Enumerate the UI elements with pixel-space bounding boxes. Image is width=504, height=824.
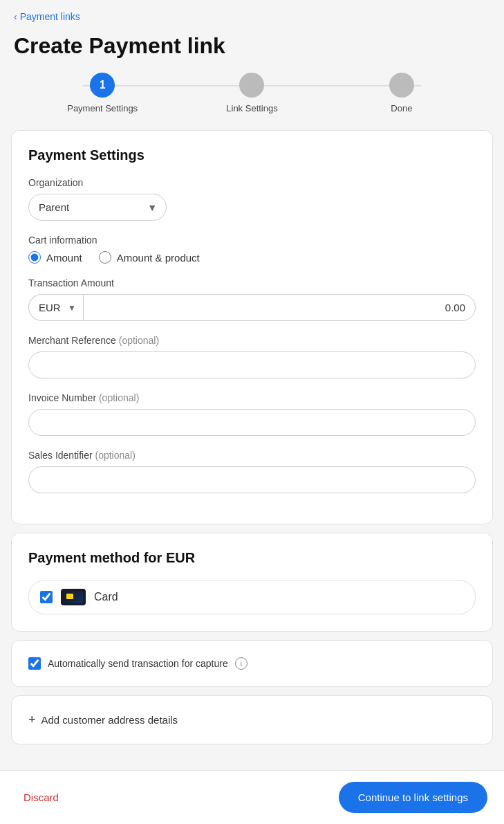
currency-select-wrapper: EUR ▼ <box>28 294 83 321</box>
radio-amount-product-option[interactable]: Amount & product <box>99 251 200 264</box>
radio-amount-product-label: Amount & product <box>117 252 200 264</box>
step-3-circle <box>389 73 414 98</box>
capture-row: Automatically send transaction for captu… <box>28 657 476 670</box>
capture-checkbox[interactable] <box>28 657 41 670</box>
add-customer-card: + Add customer address details <box>11 695 493 744</box>
invoice-number-input[interactable] <box>28 409 476 436</box>
continue-button[interactable]: Continue to link settings <box>339 782 487 813</box>
organization-label: Organization <box>28 177 476 188</box>
sales-identifier-label: Sales Identifier (optional) <box>28 450 476 461</box>
info-icon[interactable]: i <box>235 657 248 670</box>
step-payment-settings: 1 Payment Settings <box>28 73 177 113</box>
radio-amount-input[interactable] <box>28 251 41 264</box>
step-2-label: Link Settings <box>226 103 277 113</box>
transaction-amount-group: Transaction Amount EUR ▼ <box>28 277 476 321</box>
invoice-number-group: Invoice Number (optional) <box>28 392 476 436</box>
back-nav-label: Payment links <box>20 11 80 22</box>
sales-identifier-input[interactable] <box>28 466 476 493</box>
merchant-ref-input[interactable] <box>28 351 476 378</box>
plus-icon: + <box>28 713 36 727</box>
step-1-label: Payment Settings <box>67 103 138 113</box>
step-3-label: Done <box>391 103 412 113</box>
radio-amount-label: Amount <box>46 252 82 264</box>
sales-identifier-group: Sales Identifier (optional) <box>28 450 476 493</box>
step-2-circle <box>239 73 264 98</box>
add-customer-row[interactable]: + Add customer address details <box>28 713 476 727</box>
card-icon-inner <box>64 591 83 603</box>
organization-group: Organization Parent ▼ <box>28 177 476 221</box>
page-title: Create Payment link <box>14 33 490 59</box>
step-done: Done <box>327 73 476 113</box>
merchant-ref-label: Merchant Reference (optional) <box>28 335 476 346</box>
transaction-amount-label: Transaction Amount <box>28 277 476 289</box>
payment-method-card: Payment method for EUR Card <box>11 533 493 632</box>
capture-label: Automatically send transaction for captu… <box>48 658 228 669</box>
card-chip-icon <box>66 594 73 599</box>
footer: Discard Continue to link settings <box>0 770 504 824</box>
add-customer-label: Add customer address details <box>41 714 178 726</box>
amount-row: EUR ▼ <box>28 294 476 321</box>
stepper: 1 Payment Settings Link Settings Done <box>0 73 504 130</box>
payment-settings-title: Payment Settings <box>28 147 476 163</box>
organization-select-wrapper: Parent ▼ <box>28 194 167 221</box>
organization-select[interactable]: Parent <box>28 194 167 221</box>
card-payment-icon <box>61 589 86 605</box>
cart-info-label: Cart information <box>28 235 476 246</box>
step-link-settings: Link Settings <box>177 73 326 113</box>
cart-radio-group: Amount Amount & product <box>28 251 476 264</box>
payment-settings-card: Payment Settings Organization Parent ▼ C… <box>11 130 493 524</box>
back-chevron-icon: ‹ <box>14 11 17 22</box>
invoice-number-label: Invoice Number (optional) <box>28 392 476 403</box>
currency-select[interactable]: EUR <box>28 294 83 321</box>
card-method-checkbox[interactable] <box>40 591 53 603</box>
cart-info-group: Cart information Amount Amount & product <box>28 235 476 264</box>
amount-input[interactable] <box>83 294 476 321</box>
back-nav-link[interactable]: ‹ Payment links <box>14 11 490 22</box>
step-1-circle: 1 <box>90 73 115 98</box>
merchant-ref-group: Merchant Reference (optional) <box>28 335 476 378</box>
discard-button[interactable]: Discard <box>17 785 66 810</box>
radio-amount-option[interactable]: Amount <box>28 251 82 264</box>
payment-method-title: Payment method for EUR <box>28 550 476 566</box>
card-payment-method-item: Card <box>28 580 476 614</box>
capture-card: Automatically send transaction for captu… <box>11 640 493 687</box>
card-method-label: Card <box>94 591 118 603</box>
radio-amount-product-input[interactable] <box>99 251 111 264</box>
